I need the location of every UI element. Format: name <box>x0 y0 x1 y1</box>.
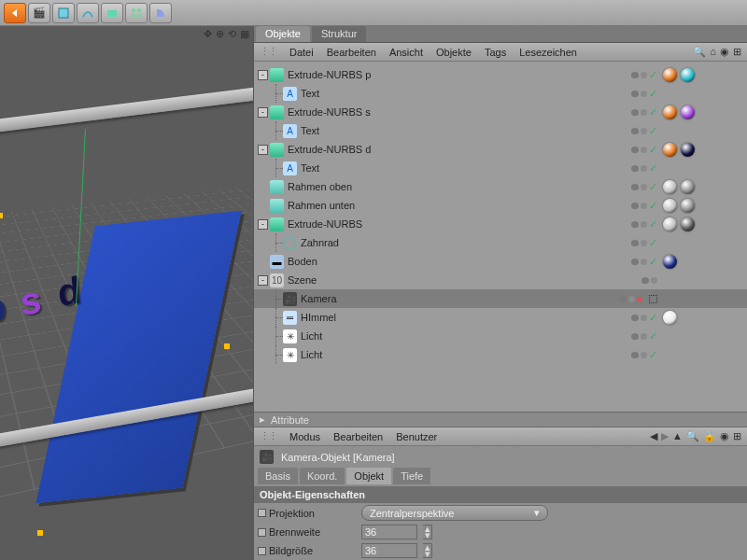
tool-cube[interactable] <box>52 3 75 23</box>
anim-checkbox[interactable] <box>258 509 266 517</box>
visibility-dots[interactable]: ✓ <box>631 349 657 361</box>
visibility-dots[interactable]: ✓ <box>631 88 657 100</box>
tab-objects[interactable]: Objekte <box>256 26 310 42</box>
visibility-dots[interactable] <box>619 295 657 303</box>
disclosure-toggle[interactable]: - <box>258 107 268 118</box>
menu-objects[interactable]: Objekte <box>436 47 472 58</box>
material-tag[interactable] <box>663 217 677 231</box>
tag-column[interactable] <box>663 105 747 119</box>
disclosure-toggle[interactable]: - <box>258 70 268 80</box>
tree-row[interactable]: AText✓ <box>254 121 747 140</box>
tag-column[interactable] <box>663 255 747 269</box>
menu-extra-icon[interactable]: ⊞ <box>733 46 741 58</box>
anim-checkbox[interactable] <box>258 547 266 555</box>
viewport[interactable]: ✥ ⊕ ⟲ ▦ p s d <box>0 26 254 560</box>
eye-icon[interactable]: ◉ <box>720 430 729 442</box>
tool-deform[interactable] <box>149 3 172 23</box>
tree-row[interactable]: Zahnrad✓ <box>254 233 747 252</box>
up-icon[interactable]: ▲ <box>672 430 683 442</box>
visibility-dots[interactable]: ✓ <box>631 125 657 137</box>
tag-column[interactable] <box>663 143 747 157</box>
menu-bookmarks[interactable]: Lesezeichen <box>519 47 577 58</box>
tree-row[interactable]: ✳Licht✓ <box>254 345 747 364</box>
visibility-dots[interactable]: ✓ <box>631 69 657 81</box>
back-icon[interactable]: ◀ <box>650 430 657 442</box>
attr-tab-objekt[interactable]: Objekt <box>346 468 391 484</box>
visibility-dots[interactable]: ✓ <box>631 256 657 268</box>
object-tree[interactable]: -Extrude-NURBS p✓AText✓-Extrude-NURBS s✓… <box>254 62 747 412</box>
disclosure-toggle[interactable]: - <box>258 145 268 155</box>
material-tag[interactable] <box>681 180 695 194</box>
visibility-dots[interactable]: ✓ <box>631 312 657 324</box>
material-tag[interactable] <box>663 199 677 213</box>
visibility-dots[interactable]: ✓ <box>631 200 657 212</box>
tree-row[interactable]: -Extrude-NURBS d✓ <box>254 140 747 159</box>
anim-checkbox[interactable] <box>258 528 266 537</box>
eye-icon[interactable]: ◉ <box>720 46 729 58</box>
material-tag[interactable] <box>681 217 695 231</box>
tag-column[interactable] <box>663 180 747 194</box>
tree-row[interactable]: -10Szene <box>254 271 747 289</box>
tool-nurbs[interactable] <box>101 3 123 23</box>
material-tag[interactable] <box>663 105 677 119</box>
menu-extra-icon[interactable]: ⊞ <box>733 430 741 442</box>
vp-zoom-icon[interactable]: ⊕ <box>216 28 224 40</box>
tree-row[interactable]: -Extrude-NURBS s✓ <box>254 103 747 121</box>
disclosure-toggle[interactable]: - <box>258 219 268 230</box>
tag-column[interactable] <box>663 311 747 325</box>
attr-tab-basis[interactable]: Basis <box>258 468 298 484</box>
tool-film[interactable]: 🎬 <box>28 3 50 23</box>
tree-row[interactable]: -Extrude-NURBS p✓ <box>254 65 747 84</box>
vp-layout-icon[interactable]: ▦ <box>240 28 249 40</box>
attr-tab-tiefe[interactable]: Tiefe <box>393 468 430 484</box>
vp-move-icon[interactable]: ✥ <box>204 28 212 40</box>
search-icon[interactable]: 🔍 <box>693 46 706 58</box>
tool-spline[interactable] <box>77 3 99 23</box>
projection-dropdown[interactable]: Zentralperspektive▾ <box>361 505 548 521</box>
fwd-icon[interactable]: ▶ <box>661 430 669 442</box>
tag-column[interactable] <box>663 199 747 213</box>
material-tag[interactable] <box>681 143 695 157</box>
tab-structure[interactable]: Struktur <box>312 26 367 42</box>
tree-row[interactable]: ▬Boden✓ <box>254 252 747 271</box>
search-icon[interactable]: 🔍 <box>686 430 699 442</box>
tree-row[interactable]: ✳Licht✓ <box>254 327 747 345</box>
material-tag[interactable] <box>681 105 695 119</box>
tree-row[interactable]: 🎥Kamera <box>254 289 747 308</box>
menu-view[interactable]: Ansicht <box>389 47 423 58</box>
menu-tags[interactable]: Tags <box>485 47 506 58</box>
tree-row[interactable]: AText✓ <box>254 159 747 177</box>
visibility-dots[interactable]: ✓ <box>631 106 657 119</box>
menu-edit[interactable]: Bearbeiten <box>327 47 376 58</box>
size-input[interactable]: 36 <box>361 543 417 558</box>
tree-row[interactable]: AText✓ <box>254 84 747 103</box>
focal-spinner[interactable]: ▴▾ <box>423 525 432 539</box>
tool-undo[interactable] <box>4 3 26 23</box>
home-icon[interactable]: ⌂ <box>710 46 716 58</box>
tag-column[interactable] <box>663 68 747 82</box>
material-tag[interactable] <box>663 143 677 157</box>
focal-input[interactable]: 36 <box>361 525 417 539</box>
disclosure-toggle[interactable]: - <box>258 275 268 286</box>
visibility-dots[interactable]: ✓ <box>631 330 657 343</box>
visibility-dots[interactable]: ✓ <box>631 218 657 231</box>
attr-tab-koord[interactable]: Koord. <box>300 468 345 484</box>
visibility-dots[interactable]: ✓ <box>631 144 657 156</box>
tag-column[interactable] <box>663 217 747 231</box>
grip-icon[interactable]: ⋮⋮ <box>260 430 276 442</box>
attr-menu-mode[interactable]: Modus <box>289 431 320 442</box>
visibility-dots[interactable]: ✓ <box>631 237 657 249</box>
tree-row[interactable]: -Extrude-NURBS✓ <box>254 215 747 233</box>
material-tag[interactable] <box>663 255 677 269</box>
tree-row[interactable]: ═HImmel✓ <box>254 308 747 327</box>
grip-icon[interactable]: ⋮⋮ <box>260 46 276 58</box>
visibility-dots[interactable]: ✓ <box>631 162 657 175</box>
material-tag[interactable] <box>663 68 677 82</box>
tool-array[interactable] <box>125 3 148 23</box>
material-tag[interactable] <box>663 311 677 325</box>
attr-menu-user[interactable]: Benutzer <box>396 431 437 442</box>
lock-icon[interactable]: 🔒 <box>703 430 716 442</box>
material-tag[interactable] <box>681 199 695 213</box>
vp-rotate-icon[interactable]: ⟲ <box>228 28 236 40</box>
tree-row[interactable]: Rahmen unten✓ <box>254 196 747 215</box>
